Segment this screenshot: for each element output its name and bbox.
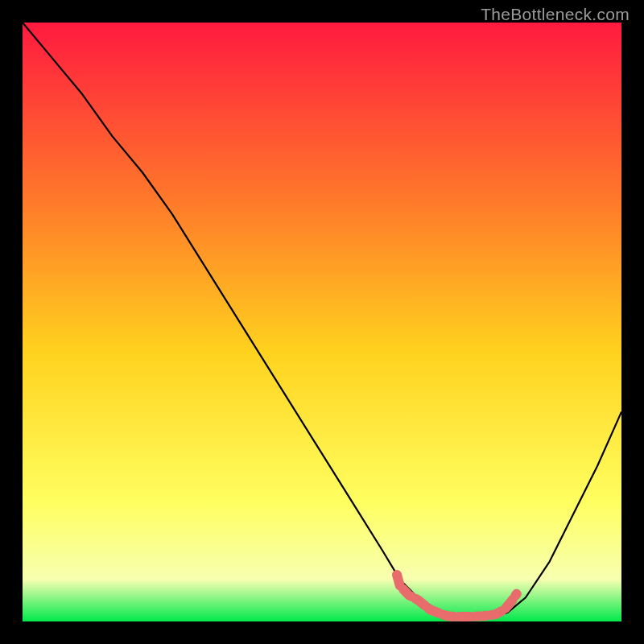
watermark-label: TheBottleneck.com xyxy=(481,5,630,24)
bottleneck-chart xyxy=(23,23,621,621)
chart-svg xyxy=(23,23,621,621)
chart-background xyxy=(23,23,621,621)
